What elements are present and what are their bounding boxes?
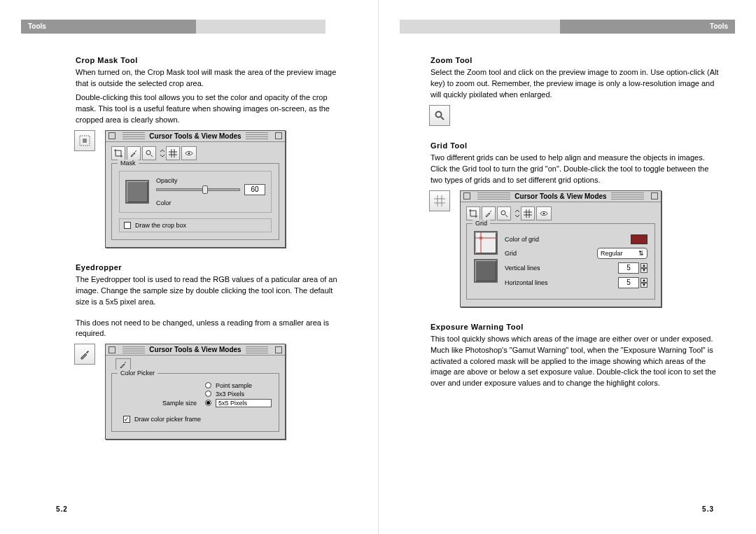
spin-down-icon[interactable]: ▼: [640, 268, 648, 273]
crop-mask-p2: Double-clicking this tool allows you to …: [76, 92, 343, 126]
vlines-value[interactable]: 5: [618, 262, 639, 274]
tb-arrows-icon: [160, 149, 164, 157]
svg-rect-1: [83, 139, 87, 143]
svg-point-3: [188, 152, 190, 154]
tb-crop-icon[interactable]: [466, 206, 480, 220]
option-point-sample: Point sample: [216, 382, 272, 389]
spin-down-icon[interactable]: ▼: [640, 283, 648, 288]
eyedropper-heading: Eyedropper: [76, 263, 343, 272]
mask-group: Mask Opacity 60 Co: [111, 163, 279, 240]
eyedropper-tool-icon[interactable]: [74, 344, 95, 365]
checkbox-icon[interactable]: ✓: [123, 416, 130, 423]
grid-group-label: Grid: [472, 220, 490, 227]
window-titlebar[interactable]: Cursor Tools & View Modes: [461, 191, 661, 202]
svg-point-6: [543, 212, 545, 214]
radio-point-sample[interactable]: [205, 382, 211, 388]
spin-up-icon[interactable]: ▲: [640, 263, 648, 268]
grid-type-value: Regular: [601, 250, 623, 257]
color-picker-window: Cursor Tools & View Modes Color Picker: [105, 344, 286, 440]
color-picker-group: Color Picker Point sample: [111, 373, 279, 432]
tb-exposure-icon[interactable]: [536, 206, 552, 220]
eyedropper-tab-icon[interactable]: [115, 358, 131, 370]
close-icon[interactable]: [108, 132, 115, 139]
grid-tool-icon[interactable]: [429, 190, 450, 211]
page-number-left: 5.2: [56, 505, 68, 513]
eyedropper-p2: This does not need to be changed, unless…: [76, 318, 343, 340]
color-label: Color: [156, 199, 265, 206]
tb-eyedropper-icon[interactable]: [482, 206, 496, 220]
grid-preview-regular[interactable]: [474, 231, 498, 255]
mask-color-swatch[interactable]: [125, 180, 149, 204]
page-number-right: 5.3: [702, 505, 714, 513]
exposure-heading: Exposure Warning Tool: [430, 323, 721, 331]
hlines-value[interactable]: 5: [618, 277, 639, 288]
slider-thumb[interactable]: [202, 185, 208, 194]
section-exposure: Exposure Warning Tool This tool quickly …: [430, 323, 721, 390]
tb-grid-icon[interactable]: [521, 206, 535, 220]
collapse-icon[interactable]: [275, 132, 282, 139]
exposure-p1: This tool quickly shows which areas of t…: [430, 334, 721, 390]
tb-eyedropper-icon[interactable]: [127, 146, 141, 160]
radio-5x5[interactable]: [205, 400, 211, 406]
grid-color-chip[interactable]: [631, 234, 648, 244]
select-arrows-icon: ⇅: [638, 250, 644, 257]
opacity-label: Opacity: [156, 177, 265, 184]
section-eyedropper: Eyedropper The Eyedropper tool is used t…: [76, 263, 343, 440]
draw-cropbox-row[interactable]: Draw the crop box: [119, 218, 272, 232]
draw-cropbox-label: Draw the crop box: [135, 222, 186, 229]
color-of-grid-label: Color of grid: [505, 236, 568, 243]
eyedropper-p1: The Eyedropper tool is used to read the …: [76, 274, 343, 308]
draw-frame-label: Draw color picker frame: [134, 416, 201, 423]
section-grid: Grid Tool Two different grids can be use…: [430, 141, 721, 307]
spin-up-icon[interactable]: ▲: [640, 278, 648, 283]
color-picker-group-label: Color Picker: [118, 370, 158, 377]
svg-point-2: [146, 150, 150, 155]
header-label-right: Tools: [710, 22, 728, 30]
tb-exposure-icon[interactable]: [181, 146, 197, 160]
crop-mask-icon: [79, 135, 90, 146]
opacity-value[interactable]: 60: [244, 184, 265, 195]
collapse-icon[interactable]: [275, 346, 282, 353]
close-icon[interactable]: [463, 192, 470, 199]
window-toolbar: [466, 206, 655, 220]
grid-window: Cursor Tools & View Modes: [460, 190, 662, 307]
radio-3x3[interactable]: [205, 391, 211, 397]
hlines-label: Horizontal lines: [505, 279, 568, 286]
tb-arrows-icon: [515, 209, 519, 218]
tb-crop-icon[interactable]: [111, 146, 125, 160]
option-5x5: 5x5 Pixels: [216, 399, 272, 407]
tb-grid-icon[interactable]: [166, 146, 180, 160]
zoom-tool-icon[interactable]: [429, 105, 450, 126]
tb-zoom-icon[interactable]: [142, 146, 156, 160]
grid-heading: Grid Tool: [430, 141, 721, 150]
zoom-heading: Zoom Tool: [430, 56, 721, 64]
window-titlebar[interactable]: Cursor Tools & View Modes: [106, 344, 285, 356]
svg-point-4: [436, 111, 442, 117]
header-bar-right: Tools: [379, 20, 756, 34]
window-toolbar: [111, 146, 279, 160]
tb-zoom-icon[interactable]: [497, 206, 511, 220]
close-icon[interactable]: [108, 346, 115, 353]
svg-point-5: [501, 211, 505, 215]
zoom-p1: Select the Zoom tool and click on the pr…: [430, 67, 721, 101]
sample-size-label: Sample size: [145, 400, 201, 407]
opacity-slider[interactable]: [156, 188, 240, 191]
crop-mask-tool-icon[interactable]: [74, 130, 95, 151]
eyedropper-icon: [79, 349, 90, 360]
section-zoom: Zoom Tool Select the Zoom tool and click…: [430, 56, 721, 126]
collapse-icon[interactable]: [651, 192, 658, 199]
grid-type-label: Grid: [505, 250, 568, 257]
header-bar-left: Tools: [0, 20, 378, 34]
window-titlebar[interactable]: Cursor Tools & View Modes: [106, 131, 285, 142]
crop-mask-window: Cursor Tools & View Modes: [105, 130, 286, 248]
grid-p1: Two different grids can be used to help …: [430, 153, 721, 186]
option-3x3: 3x3 Pixels: [216, 391, 272, 398]
grid-preview-alt[interactable]: [474, 259, 498, 283]
crop-mask-p1: When turned on, the Crop Mask tool will …: [76, 67, 343, 90]
checkbox-icon[interactable]: [124, 222, 131, 229]
grid-type-select[interactable]: Regular ⇅: [597, 248, 648, 259]
mask-group-label: Mask: [118, 160, 139, 167]
section-crop-mask: Crop Mask Tool When turned on, the Crop …: [76, 56, 343, 248]
grid-group: Grid: [466, 223, 655, 300]
draw-frame-row[interactable]: ✓ Draw color picker frame: [119, 414, 272, 424]
